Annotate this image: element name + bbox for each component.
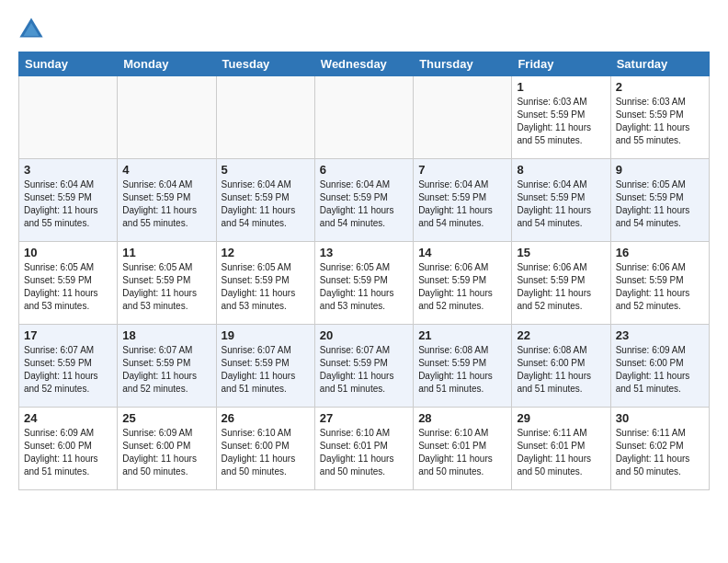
calendar-cell: 28Sunrise: 6:10 AM Sunset: 6:01 PM Dayli… bbox=[414, 408, 512, 490]
weekday-header-saturday: Saturday bbox=[610, 52, 709, 76]
day-number: 6 bbox=[320, 163, 408, 177]
calendar-cell: 29Sunrise: 6:11 AM Sunset: 6:01 PM Dayli… bbox=[512, 408, 610, 490]
day-info: Sunrise: 6:07 AM Sunset: 5:59 PM Dayligh… bbox=[320, 344, 408, 396]
day-info: Sunrise: 6:07 AM Sunset: 5:59 PM Dayligh… bbox=[24, 344, 112, 396]
calendar-cell bbox=[314, 76, 413, 159]
calendar-cell: 24Sunrise: 6:09 AM Sunset: 6:00 PM Dayli… bbox=[19, 408, 118, 490]
calendar-cell: 8Sunrise: 6:04 AM Sunset: 5:59 PM Daylig… bbox=[512, 159, 610, 242]
day-info: Sunrise: 6:05 AM Sunset: 5:59 PM Dayligh… bbox=[616, 178, 704, 230]
page: SundayMondayTuesdayWednesdayThursdayFrid… bbox=[0, 0, 728, 507]
day-info: Sunrise: 6:08 AM Sunset: 6:00 PM Dayligh… bbox=[517, 344, 605, 396]
calendar-cell: 10Sunrise: 6:05 AM Sunset: 5:59 PM Dayli… bbox=[19, 242, 118, 325]
day-number: 1 bbox=[517, 80, 605, 94]
day-number: 14 bbox=[418, 246, 506, 259]
calendar-week-row: 10Sunrise: 6:05 AM Sunset: 5:59 PM Dayli… bbox=[19, 242, 710, 325]
calendar-cell: 7Sunrise: 6:04 AM Sunset: 5:59 PM Daylig… bbox=[414, 159, 512, 242]
weekday-header-tuesday: Tuesday bbox=[216, 52, 314, 76]
calendar-cell: 3Sunrise: 6:04 AM Sunset: 5:59 PM Daylig… bbox=[19, 159, 118, 242]
calendar-cell: 4Sunrise: 6:04 AM Sunset: 5:59 PM Daylig… bbox=[118, 159, 216, 242]
calendar-cell: 23Sunrise: 6:09 AM Sunset: 6:00 PM Dayli… bbox=[610, 325, 709, 408]
calendar-cell bbox=[118, 76, 216, 159]
day-info: Sunrise: 6:06 AM Sunset: 5:59 PM Dayligh… bbox=[517, 261, 605, 313]
calendar-cell: 30Sunrise: 6:11 AM Sunset: 6:02 PM Dayli… bbox=[610, 408, 709, 490]
calendar-cell: 26Sunrise: 6:10 AM Sunset: 6:00 PM Dayli… bbox=[216, 408, 314, 490]
calendar-week-row: 24Sunrise: 6:09 AM Sunset: 6:00 PM Dayli… bbox=[19, 408, 710, 490]
day-info: Sunrise: 6:09 AM Sunset: 6:00 PM Dayligh… bbox=[616, 344, 704, 396]
day-number: 9 bbox=[616, 163, 704, 177]
calendar-cell bbox=[19, 76, 118, 159]
day-info: Sunrise: 6:05 AM Sunset: 5:59 PM Dayligh… bbox=[24, 261, 112, 313]
day-info: Sunrise: 6:03 AM Sunset: 5:59 PM Dayligh… bbox=[517, 96, 605, 147]
day-number: 27 bbox=[320, 411, 408, 425]
calendar-header-row: SundayMondayTuesdayWednesdayThursdayFrid… bbox=[19, 52, 710, 76]
day-number: 15 bbox=[517, 246, 605, 259]
logo bbox=[18, 17, 48, 42]
weekday-header-sunday: Sunday bbox=[19, 52, 118, 76]
day-number: 30 bbox=[616, 411, 704, 425]
day-number: 8 bbox=[517, 163, 605, 177]
day-number: 29 bbox=[517, 411, 605, 425]
day-info: Sunrise: 6:07 AM Sunset: 5:59 PM Dayligh… bbox=[222, 344, 310, 396]
day-number: 23 bbox=[616, 328, 704, 342]
day-number: 24 bbox=[24, 411, 112, 425]
day-info: Sunrise: 6:08 AM Sunset: 5:59 PM Dayligh… bbox=[418, 344, 506, 396]
day-info: Sunrise: 6:04 AM Sunset: 5:59 PM Dayligh… bbox=[222, 178, 310, 230]
day-number: 5 bbox=[222, 163, 310, 177]
day-info: Sunrise: 6:04 AM Sunset: 5:59 PM Dayligh… bbox=[517, 178, 605, 230]
day-info: Sunrise: 6:10 AM Sunset: 6:01 PM Dayligh… bbox=[320, 427, 408, 478]
calendar-cell: 6Sunrise: 6:04 AM Sunset: 5:59 PM Daylig… bbox=[314, 159, 413, 242]
calendar-cell: 13Sunrise: 6:05 AM Sunset: 5:59 PM Dayli… bbox=[314, 242, 413, 325]
calendar-cell: 1Sunrise: 6:03 AM Sunset: 5:59 PM Daylig… bbox=[512, 76, 610, 159]
calendar-cell: 18Sunrise: 6:07 AM Sunset: 5:59 PM Dayli… bbox=[118, 325, 216, 408]
calendar-cell bbox=[414, 76, 512, 159]
day-info: Sunrise: 6:09 AM Sunset: 6:00 PM Dayligh… bbox=[122, 427, 210, 478]
day-info: Sunrise: 6:07 AM Sunset: 5:59 PM Dayligh… bbox=[122, 344, 210, 396]
day-number: 18 bbox=[122, 328, 210, 342]
calendar-cell: 15Sunrise: 6:06 AM Sunset: 5:59 PM Dayli… bbox=[512, 242, 610, 325]
calendar: SundayMondayTuesdayWednesdayThursdayFrid… bbox=[18, 52, 710, 490]
calendar-week-row: 3Sunrise: 6:04 AM Sunset: 5:59 PM Daylig… bbox=[19, 159, 710, 242]
calendar-cell: 9Sunrise: 6:05 AM Sunset: 5:59 PM Daylig… bbox=[610, 159, 709, 242]
day-info: Sunrise: 6:09 AM Sunset: 6:00 PM Dayligh… bbox=[24, 427, 112, 478]
day-number: 22 bbox=[517, 328, 605, 342]
day-info: Sunrise: 6:10 AM Sunset: 6:00 PM Dayligh… bbox=[222, 427, 310, 478]
calendar-cell: 17Sunrise: 6:07 AM Sunset: 5:59 PM Dayli… bbox=[19, 325, 118, 408]
day-info: Sunrise: 6:06 AM Sunset: 5:59 PM Dayligh… bbox=[616, 261, 704, 313]
day-number: 4 bbox=[122, 163, 210, 177]
day-info: Sunrise: 6:04 AM Sunset: 5:59 PM Dayligh… bbox=[418, 178, 506, 230]
calendar-cell bbox=[216, 76, 314, 159]
weekday-header-monday: Monday bbox=[118, 52, 216, 76]
day-number: 19 bbox=[222, 328, 310, 342]
day-info: Sunrise: 6:05 AM Sunset: 5:59 PM Dayligh… bbox=[222, 261, 310, 313]
calendar-cell: 11Sunrise: 6:05 AM Sunset: 5:59 PM Dayli… bbox=[118, 242, 216, 325]
calendar-cell: 25Sunrise: 6:09 AM Sunset: 6:00 PM Dayli… bbox=[118, 408, 216, 490]
day-info: Sunrise: 6:11 AM Sunset: 6:02 PM Dayligh… bbox=[616, 427, 704, 478]
logo-icon bbox=[18, 17, 44, 42]
calendar-cell: 20Sunrise: 6:07 AM Sunset: 5:59 PM Dayli… bbox=[314, 325, 413, 408]
day-info: Sunrise: 6:04 AM Sunset: 5:59 PM Dayligh… bbox=[24, 178, 112, 230]
header bbox=[18, 17, 710, 42]
calendar-cell: 12Sunrise: 6:05 AM Sunset: 5:59 PM Dayli… bbox=[216, 242, 314, 325]
calendar-cell: 21Sunrise: 6:08 AM Sunset: 5:59 PM Dayli… bbox=[414, 325, 512, 408]
day-number: 10 bbox=[24, 246, 112, 259]
day-number: 13 bbox=[320, 246, 408, 259]
day-number: 21 bbox=[418, 328, 506, 342]
calendar-week-row: 17Sunrise: 6:07 AM Sunset: 5:59 PM Dayli… bbox=[19, 325, 710, 408]
day-info: Sunrise: 6:11 AM Sunset: 6:01 PM Dayligh… bbox=[517, 427, 605, 478]
day-info: Sunrise: 6:04 AM Sunset: 5:59 PM Dayligh… bbox=[320, 178, 408, 230]
day-info: Sunrise: 6:10 AM Sunset: 6:01 PM Dayligh… bbox=[418, 427, 506, 478]
calendar-week-row: 1Sunrise: 6:03 AM Sunset: 5:59 PM Daylig… bbox=[19, 76, 710, 159]
day-number: 12 bbox=[222, 246, 310, 259]
day-number: 26 bbox=[222, 411, 310, 425]
calendar-cell: 16Sunrise: 6:06 AM Sunset: 5:59 PM Dayli… bbox=[610, 242, 709, 325]
day-number: 7 bbox=[418, 163, 506, 177]
day-number: 16 bbox=[616, 246, 704, 259]
day-info: Sunrise: 6:05 AM Sunset: 5:59 PM Dayligh… bbox=[122, 261, 210, 313]
day-number: 2 bbox=[616, 80, 704, 94]
day-number: 28 bbox=[418, 411, 506, 425]
day-info: Sunrise: 6:05 AM Sunset: 5:59 PM Dayligh… bbox=[320, 261, 408, 313]
calendar-cell: 19Sunrise: 6:07 AM Sunset: 5:59 PM Dayli… bbox=[216, 325, 314, 408]
day-info: Sunrise: 6:04 AM Sunset: 5:59 PM Dayligh… bbox=[122, 178, 210, 230]
day-info: Sunrise: 6:06 AM Sunset: 5:59 PM Dayligh… bbox=[418, 261, 506, 313]
calendar-cell: 2Sunrise: 6:03 AM Sunset: 5:59 PM Daylig… bbox=[610, 76, 709, 159]
